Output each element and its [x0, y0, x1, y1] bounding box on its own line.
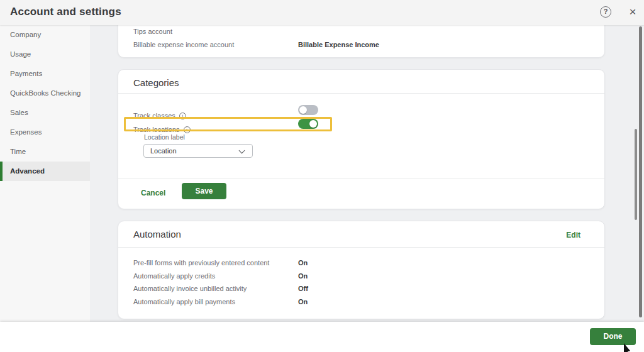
settings-sidebar: Company Usage Payments QuickBooks Checki… [0, 25, 90, 322]
apply-credits-label: Automatically apply credits [133, 272, 215, 280]
save-button[interactable]: Save [182, 183, 226, 199]
track-locations-toggle[interactable] [298, 119, 318, 129]
toggle-knob [299, 106, 307, 114]
sidebar-item-sales[interactable]: Sales [0, 103, 90, 123]
sidebar-item-payments[interactable]: Payments [0, 64, 90, 84]
account-settings-window: Account and settings ? × Company Usage P… [0, 0, 644, 352]
chart-of-accounts-card: Tips account Billable expense income acc… [118, 25, 605, 58]
footer-bar: Done [0, 322, 644, 352]
chevron-down-icon [239, 148, 245, 154]
info-icon[interactable]: i [179, 113, 186, 119]
close-icon[interactable]: × [625, 4, 640, 20]
titlebar: Account and settings ? × [0, 0, 644, 25]
cancel-button[interactable]: Cancel [141, 189, 165, 197]
sidebar-item-company[interactable]: Company [0, 25, 90, 45]
apply-bill-payments-value: On [298, 298, 308, 305]
info-icon[interactable]: i [184, 126, 191, 133]
outer-scrollbar-thumb[interactable] [639, 26, 642, 317]
track-classes-toggle[interactable] [298, 105, 318, 115]
categories-title: Categories [133, 77, 179, 88]
billable-expense-income-account-label: Billable expense income account [133, 41, 234, 48]
billable-expense-income-account-value: Billable Expense Income [298, 41, 379, 48]
toggle-knob [309, 120, 317, 128]
sidebar-item-expenses[interactable]: Expenses [0, 123, 90, 142]
done-button[interactable]: Done [590, 328, 636, 345]
sidebar-item-usage[interactable]: Usage [0, 45, 90, 64]
prefill-forms-value: On [298, 259, 308, 267]
location-label-field-label: Location label [144, 133, 185, 141]
divider [118, 93, 604, 94]
divider [118, 247, 604, 248]
track-locations-label-row: Track locations i [133, 126, 191, 133]
automation-title: Automation [133, 229, 181, 239]
divider [118, 179, 604, 179]
inner-scrollbar-thumb[interactable] [635, 129, 637, 220]
categories-card: Categories Track classes i Track locatio… [118, 69, 605, 209]
location-label-dropdown[interactable]: Location [143, 144, 253, 158]
track-locations-label: Track locations [133, 126, 180, 133]
sidebar-item-advanced[interactable]: Advanced [0, 162, 90, 181]
page-title: Account and settings [10, 6, 121, 18]
invoice-unbilled-label: Automatically invoice unbilled activity [133, 285, 247, 292]
invoice-unbilled-value: Off [298, 285, 308, 292]
apply-bill-payments-label: Automatically apply bill payments [133, 298, 235, 305]
location-label-dropdown-value: Location [150, 147, 177, 155]
help-icon[interactable]: ? [600, 6, 611, 18]
apply-credits-value: On [298, 272, 308, 280]
automation-card: Automation Edit Pre-fill forms with prev… [118, 221, 605, 319]
settings-content: Tips account Billable expense income acc… [90, 25, 644, 322]
track-classes-label: Track classes [133, 112, 175, 119]
automation-edit-button[interactable]: Edit [566, 231, 580, 239]
prefill-forms-label: Pre-fill forms with previously entered c… [133, 259, 269, 267]
sidebar-item-time[interactable]: Time [0, 142, 90, 162]
track-classes-label-row: Track classes i [133, 112, 186, 119]
sidebar-item-quickbooks-checking[interactable]: QuickBooks Checking [0, 84, 90, 103]
tips-account-label: Tips account [133, 28, 172, 35]
